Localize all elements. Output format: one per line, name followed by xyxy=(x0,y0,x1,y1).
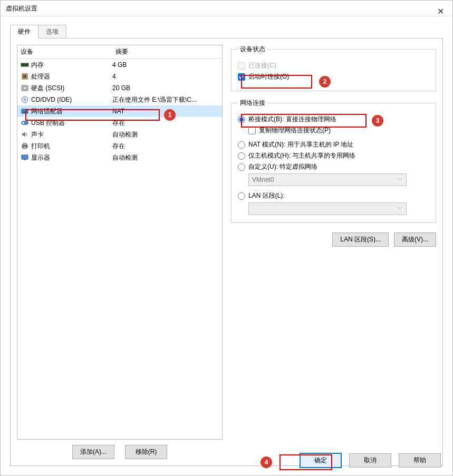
device-name: USB 控制器 xyxy=(30,119,112,128)
network-connection-legend: 网络连接 xyxy=(238,99,267,108)
lanseg-radio-row[interactable]: LAN 区段(L): xyxy=(238,191,429,200)
replicate-label: 复制物理网络连接状态(P) xyxy=(259,126,331,135)
device-summary: 正在使用文件 E:\迅雷下载\C... xyxy=(112,95,220,104)
device-summary: 存在 xyxy=(112,119,220,128)
bridged-label: 桥接模式(B): 直接连接物理网络 xyxy=(248,115,336,124)
hardware-table-header: 设备 摘要 xyxy=(17,45,222,59)
hardware-row[interactable]: 显示器自动检测 xyxy=(17,152,222,163)
cancel-button[interactable]: 取消 xyxy=(349,453,391,468)
device-name: CD/DVD (IDE) xyxy=(30,96,112,103)
cpu-icon xyxy=(20,72,30,81)
custom-radio-row[interactable]: 自定义(U): 特定虚拟网络 xyxy=(238,162,429,171)
poweron-checkbox-row[interactable]: 启动时连接(O) xyxy=(238,72,429,81)
svg-rect-2 xyxy=(23,64,24,66)
svg-rect-22 xyxy=(24,159,26,160)
hardware-row[interactable]: 内存4 GB xyxy=(17,59,222,71)
hardware-row[interactable]: 网络适配器NAT xyxy=(17,105,222,117)
hardware-row[interactable]: USB 控制器存在 xyxy=(17,117,222,129)
hardware-panel: 设备 摘要 内存4 GB处理器4硬盘 (SCSI)20 GBCD/DVD (ID… xyxy=(10,38,443,466)
custom-combo-value: VMnet0 xyxy=(252,176,274,183)
col-summary: 摘要 xyxy=(112,45,222,59)
hostonly-radio[interactable] xyxy=(238,152,245,160)
hardware-row[interactable]: 声卡自动检测 xyxy=(17,129,222,140)
custom-label: 自定义(U): 特定虚拟网络 xyxy=(248,162,317,171)
hardware-row[interactable]: 处理器4 xyxy=(17,71,222,82)
ok-label: 确定 xyxy=(314,456,327,464)
svg-rect-13 xyxy=(24,112,25,113)
device-name: 内存 xyxy=(30,61,112,70)
poweron-checkbox[interactable] xyxy=(238,73,245,81)
svg-point-10 xyxy=(24,99,26,101)
svg-rect-16 xyxy=(22,122,24,124)
replicate-checkbox-row[interactable]: 复制物理网络连接状态(P) xyxy=(248,126,429,135)
custom-radio[interactable] xyxy=(238,163,245,171)
svg-rect-19 xyxy=(23,143,26,145)
nat-radio-row[interactable]: NAT 模式(N): 用于共享主机的 IP 地址 xyxy=(238,140,429,149)
hardware-row[interactable]: 打印机存在 xyxy=(17,140,222,152)
lanseg-combo: ﹀ xyxy=(248,202,407,215)
device-status-group: 设备状态 已连接(C) 启动时连接(O) xyxy=(231,45,436,91)
tab-hardware[interactable]: 硬件 xyxy=(10,25,38,38)
svg-rect-14 xyxy=(26,112,27,113)
body: 硬件 选项 设备 摘要 内存4 GB处理器4硬盘 (SCSI)20 GBCD/D… xyxy=(1,16,452,466)
hostonly-label: 仅主机模式(H): 与主机共享的专用网络 xyxy=(248,151,355,160)
tab-options[interactable]: 选项 xyxy=(38,25,66,38)
svg-rect-12 xyxy=(23,112,24,113)
lanseg-combo-wrap: ﹀ xyxy=(248,202,429,215)
help-label: 帮助 xyxy=(413,456,426,464)
device-name: 打印机 xyxy=(30,142,112,151)
device-summary: 自动检测 xyxy=(112,153,220,162)
svg-point-8 xyxy=(23,86,26,90)
device-summary: 存在 xyxy=(112,142,220,151)
chevron-down-icon: ﹀ xyxy=(398,176,403,183)
advanced-button[interactable]: 高级(V)... xyxy=(394,232,436,247)
titlebar: 虚拟机设置 ✕ xyxy=(1,1,452,16)
hardware-row[interactable]: CD/DVD (IDE)正在使用文件 E:\迅雷下载\C... xyxy=(17,94,222,105)
remove-button[interactable]: 移除(R) xyxy=(125,445,167,459)
close-button[interactable]: ✕ xyxy=(433,3,448,21)
nat-radio[interactable] xyxy=(238,141,245,149)
hardware-left: 设备 摘要 内存4 GB处理器4硬盘 (SCSI)20 GBCD/DVD (ID… xyxy=(17,45,223,459)
replicate-checkbox[interactable] xyxy=(248,127,256,134)
right-buttons: LAN 区段(S)... 高级(V)... xyxy=(231,232,436,247)
display-icon xyxy=(20,153,30,162)
device-name: 处理器 xyxy=(30,72,112,81)
connected-label: 已连接(C) xyxy=(248,61,276,70)
sound-icon xyxy=(20,130,30,139)
svg-rect-20 xyxy=(23,147,26,149)
bridged-radio-row[interactable]: 桥接模式(B): 直接连接物理网络 xyxy=(238,115,429,124)
device-summary: 4 xyxy=(112,73,220,80)
tab-strip: 硬件 选项 xyxy=(10,25,443,38)
lan-segments-button[interactable]: LAN 区段(S)... xyxy=(332,232,389,247)
poweron-label: 启动时连接(O) xyxy=(248,72,289,81)
device-name: 硬盘 (SCSI) xyxy=(30,84,112,93)
hardware-right: 设备状态 已连接(C) 启动时连接(O) 网络连接 桥接模式(B): 直接连接物 xyxy=(231,45,436,459)
add-button-label: 添加(A)... xyxy=(80,448,107,455)
left-buttons: 添加(A)... 移除(R) xyxy=(17,445,223,459)
ok-button[interactable]: 确定 xyxy=(300,453,342,468)
nic-icon xyxy=(20,107,30,115)
cd-icon xyxy=(20,95,30,104)
lanseg-radio[interactable] xyxy=(238,192,245,200)
settings-window: 虚拟机设置 ✕ 硬件 选项 设备 摘要 内存4 GB处理器4硬盘 (SCSI)2… xyxy=(0,0,453,476)
hostonly-radio-row[interactable]: 仅主机模式(H): 与主机共享的专用网络 xyxy=(238,151,429,160)
device-name: 网络适配器 xyxy=(30,107,112,116)
connected-checkbox-row: 已连接(C) xyxy=(238,61,429,70)
cancel-label: 取消 xyxy=(364,456,377,464)
svg-rect-3 xyxy=(25,64,26,66)
custom-network-combo: VMnet0 ﹀ xyxy=(248,173,407,186)
device-summary: 20 GB xyxy=(112,84,220,92)
hardware-row[interactable]: 硬盘 (SCSI)20 GB xyxy=(17,82,222,94)
nat-label: NAT 模式(N): 用于共享主机的 IP 地址 xyxy=(248,140,353,149)
help-button[interactable]: 帮助 xyxy=(399,453,441,468)
svg-rect-6 xyxy=(23,75,26,78)
device-summary: 4 GB xyxy=(112,61,220,69)
col-device: 设备 xyxy=(17,45,112,59)
add-button[interactable]: 添加(A)... xyxy=(72,445,114,459)
device-status-legend: 设备状态 xyxy=(238,45,267,54)
remove-button-label: 移除(R) xyxy=(136,448,157,455)
advanced-label: 高级(V)... xyxy=(402,236,428,243)
bridged-radio[interactable] xyxy=(238,116,245,123)
window-title: 虚拟机设置 xyxy=(6,5,37,12)
memory-icon xyxy=(20,61,30,69)
